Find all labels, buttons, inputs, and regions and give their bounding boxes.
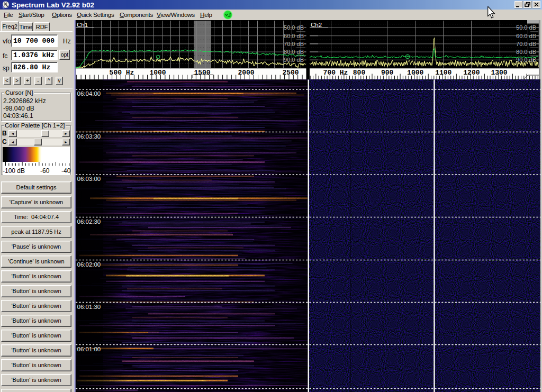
svg-text:06:04:00: 06:04:00	[77, 90, 101, 97]
svg-text:1000: 1000	[407, 69, 423, 77]
svg-text:70.0 dB: 70.0 dB	[516, 41, 536, 47]
svg-text:06:02:30: 06:02:30	[77, 218, 101, 225]
svg-text:06:01:00: 06:01:00	[77, 346, 101, 352]
svg-text:60.0 dB: 60.0 dB	[516, 33, 536, 39]
svg-text:500 Hz: 500 Hz	[110, 69, 134, 77]
svg-text:60.0 dB: 60.0 dB	[284, 33, 304, 39]
svg-text:Ch2: Ch2	[311, 22, 322, 28]
svg-text:1200: 1200	[463, 69, 480, 77]
svg-text:80.0 dB: 80.0 dB	[516, 49, 536, 55]
svg-text:1500: 1500	[194, 69, 210, 77]
svg-text:06:02:00: 06:02:00	[77, 261, 101, 268]
svg-text:1300: 1300	[491, 69, 507, 77]
svg-text:1100: 1100	[435, 69, 451, 77]
svg-text:900: 900	[381, 69, 394, 77]
svg-text:80.0 dB: 80.0 dB	[284, 49, 304, 55]
svg-text:Ch1: Ch1	[77, 22, 88, 28]
svg-text:90.0 dB: 90.0 dB	[284, 57, 304, 63]
svg-text:2500: 2500	[282, 69, 299, 77]
svg-text:06:03:30: 06:03:30	[77, 133, 101, 140]
svg-text:50.0 dB: 50.0 dB	[284, 24, 304, 31]
svg-text:A: A	[3, 6, 5, 9]
svg-text:90.0 dB: 90.0 dB	[516, 57, 536, 63]
svg-text:06:01:30: 06:01:30	[77, 304, 101, 310]
svg-text:70.0 dB: 70.0 dB	[284, 41, 304, 47]
svg-text:06:03:00: 06:03:00	[77, 176, 101, 182]
svg-text:800: 800	[353, 69, 366, 77]
svg-text:50.0 dB: 50.0 dB	[516, 24, 536, 31]
